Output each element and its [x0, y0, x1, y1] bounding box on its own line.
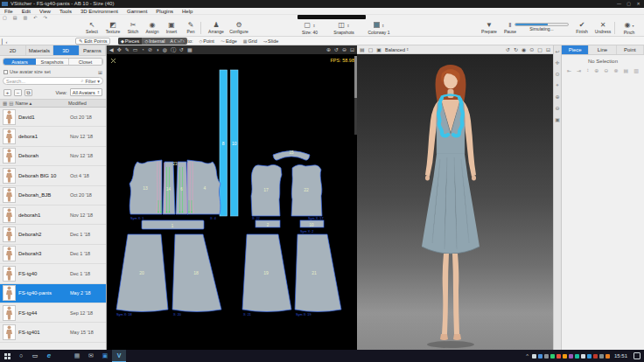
tray-icon[interactable]: [550, 354, 555, 359]
mode-internal-button[interactable]: ◇Internal: [142, 38, 167, 45]
tray-icon[interactable]: [563, 354, 567, 359]
align-left-icon[interactable]: ⇤: [567, 67, 571, 73]
rotate-right-icon[interactable]: ↻: [514, 46, 518, 52]
sidebar-tab[interactable]: Materials: [26, 45, 52, 55]
Deborah BIG 10[interactable]: Deborah BIG 10 Oct 4 '18: [0, 166, 106, 185]
tray-icon[interactable]: [575, 354, 579, 359]
FS-tg401[interactable]: FS-tg401 May 15 '18: [0, 323, 106, 342]
zoom-in-icon[interactable]: ⊕: [326, 45, 331, 54]
quality-dropdown[interactable]: Balanced⇕: [385, 47, 409, 52]
properties-tab[interactable]: Piece: [562, 45, 589, 54]
detail-view-icon[interactable]: ▤: [9, 101, 13, 106]
refresh-icon[interactable]: ↺: [179, 45, 184, 54]
center-view-icon[interactable]: ◉: [522, 46, 526, 52]
sidebar-tab[interactable]: 3D: [53, 45, 80, 55]
finish-button[interactable]: ✔Finish: [570, 21, 593, 34]
add-icon[interactable]: ⊕: [594, 67, 598, 73]
menu-item[interactable]: 3D Environment: [76, 8, 122, 14]
minimize-button[interactable]: —: [614, 0, 624, 8]
tray-icon[interactable]: [532, 354, 536, 359]
tray-icon[interactable]: [587, 354, 592, 359]
select-tool-button[interactable]: ↖Select: [80, 21, 103, 34]
camera-preset-icon[interactable]: ▢: [537, 46, 542, 52]
info-icon[interactable]: ⓘ: [171, 45, 176, 54]
mail-app-button[interactable]: ✉: [84, 350, 98, 362]
close-button[interactable]: ✕: [634, 0, 643, 8]
align-vertical-icon[interactable]: ↕: [586, 67, 589, 73]
notification-center-icon[interactable]: [634, 352, 640, 359]
collapse-panel-icon[interactable]: ▏‹: [2, 38, 8, 45]
Deborah3[interactable]: Deborah3 Dec 1 '18: [0, 245, 106, 264]
delete-icon[interactable]: ⊗: [613, 67, 618, 73]
tray-icon[interactable]: [556, 354, 561, 359]
size-selector[interactable]: ▢ ⇕Size: 40: [294, 21, 326, 35]
avatar-subtab[interactable]: Closet: [69, 59, 102, 65]
snapshots-selector[interactable]: ◫ ⇕Snapshots: [329, 21, 359, 35]
arrange-tool-button[interactable]: ♟Arrange: [205, 21, 228, 34]
menu-item[interactable]: Plugins: [151, 8, 178, 14]
colorway-selector[interactable]: ⇕Colorway 1: [360, 21, 397, 35]
start-button[interactable]: [0, 350, 14, 362]
snap-edge-option[interactable]: 〜Edge: [220, 38, 237, 45]
menu-item[interactable]: Tools: [55, 8, 76, 14]
snap-grid-option[interactable]: ▦Grid: [243, 38, 257, 45]
menu-item[interactable]: File: [0, 8, 18, 14]
snap-point-option[interactable]: ◇Point: [200, 38, 214, 45]
texture-view-icon[interactable]: ◍: [163, 45, 167, 54]
store-app-button[interactable]: ▣: [98, 350, 112, 362]
orbit-icon[interactable]: ⊙: [529, 46, 534, 52]
properties-tab[interactable]: Point: [617, 45, 644, 54]
avatar-3d-viewport[interactable]: [357, 54, 553, 350]
align-right-icon[interactable]: ⇥: [577, 67, 581, 73]
undo-view-icon[interactable]: ↩: [555, 48, 559, 54]
tray-icon[interactable]: [544, 354, 549, 359]
move-view-icon[interactable]: ✛: [555, 59, 559, 66]
tray-icon[interactable]: [569, 354, 573, 359]
collapse-2d-icon[interactable]: ◀: [109, 45, 114, 54]
edge-browser-button[interactable]: e: [42, 350, 56, 362]
cortana-search-button[interactable]: ○: [14, 350, 28, 362]
taskbar-clock[interactable]: 15:51: [612, 353, 630, 359]
snap-slide-option[interactable]: ↝Slide: [263, 38, 278, 45]
duplicate-avatar-button[interactable]: ⧉: [24, 89, 32, 96]
size-set-icon[interactable]: ⊞: [98, 69, 102, 75]
anchor-icon[interactable]: ⌖: [556, 82, 558, 88]
add-avatar-button[interactable]: +: [4, 89, 11, 96]
zoom-fit-icon[interactable]: ⊡: [350, 45, 354, 54]
half-shade-view-icon[interactable]: ◑: [156, 45, 159, 54]
pen-tool-icon[interactable]: ✎: [125, 45, 130, 54]
task-view-button[interactable]: ▭: [28, 350, 42, 362]
shade-view-icon[interactable]: ◔: [141, 45, 144, 54]
tray-icon[interactable]: [593, 354, 598, 359]
deborah1[interactable]: deborah1 Nov 12 '18: [0, 205, 106, 225]
Deborah_BJB[interactable]: Deborah_BJB Oct 20 '18: [0, 186, 106, 205]
FS-tg40[interactable]: FS-tg40 Dec 1 '18: [0, 264, 106, 283]
edit-points-button[interactable]: ✎ Edit Points: [75, 38, 110, 45]
tray-expand-icon[interactable]: ^: [524, 353, 530, 359]
FS-tg40-pants[interactable]: FS-tg40-pants May 2 '18: [0, 284, 106, 303]
pattern-2d-canvas[interactable]: FPS: 58.98 8 10: [107, 54, 357, 350]
filter-dropdown[interactable]: Filter ▾: [85, 79, 100, 84]
remove-icon[interactable]: ⊖: [604, 67, 608, 73]
vstitcher-taskbar-button[interactable]: V: [112, 350, 126, 362]
grid-view-icon[interactable]: ▦: [187, 45, 192, 54]
menu-item[interactable]: Help: [178, 8, 197, 14]
sidebar-tab[interactable]: Params: [80, 45, 106, 55]
menu-item[interactable]: Edit: [18, 8, 35, 14]
rotate-left-icon[interactable]: ↺: [506, 46, 510, 52]
Deborah[interactable]: Deborah Nov 12 '18: [0, 147, 106, 166]
rect-tool-icon[interactable]: ▭: [133, 45, 138, 54]
layers-icon[interactable]: ▣: [376, 46, 382, 52]
sidebar-tab[interactable]: 2D: [0, 45, 26, 55]
zoom-in-icon[interactable]: ⊕: [555, 94, 559, 100]
zoom-out-icon[interactable]: ⊖: [555, 105, 559, 111]
undress-button[interactable]: ✕Undress: [592, 21, 614, 34]
configure-tool-button[interactable]: ⚙Configure: [228, 21, 250, 34]
Deborah2[interactable]: Deborah2 Dec 1 '18: [0, 225, 106, 244]
render-mode-icon[interactable]: ▤: [360, 46, 365, 52]
menu-item[interactable]: View: [35, 8, 55, 14]
menu-item[interactable]: Garment: [122, 8, 151, 14]
size-set-checkbox[interactable]: [4, 70, 8, 74]
maximize-button[interactable]: ▢: [624, 0, 634, 8]
prepare-button[interactable]: ▼Prepare: [478, 21, 500, 34]
